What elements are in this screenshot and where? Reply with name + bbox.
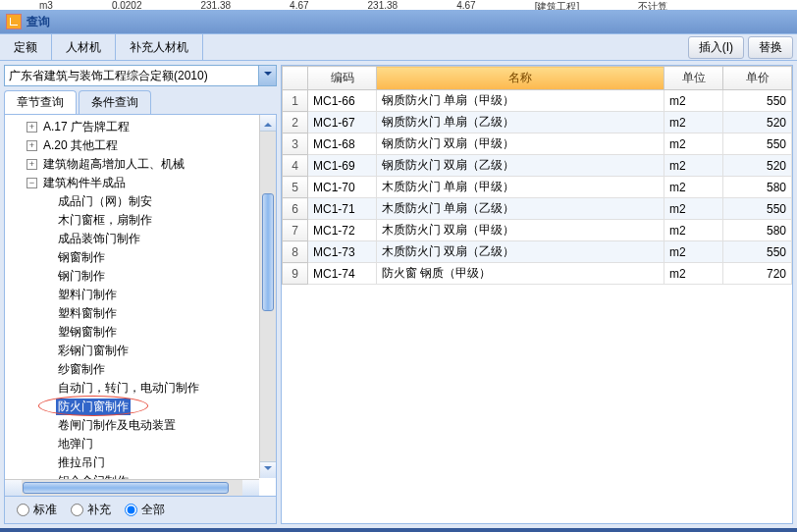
tree-node[interactable]: 卷闸门制作及电动装置 (5, 416, 276, 435)
row-number: 6 (283, 198, 308, 220)
tree-node-label: 地弹门 (56, 436, 95, 452)
table-row[interactable]: 7MC1-72木质防火门 双扇（甲级）m2580 (283, 220, 792, 241)
tab-supp[interactable]: 补充人材机 (116, 34, 203, 60)
cell-unit: m2 (664, 133, 723, 155)
tree-node[interactable]: +A.20 其他工程 (5, 136, 276, 155)
tree-node[interactable]: 塑钢窗制作 (5, 323, 276, 342)
cell-price: 550 (723, 133, 792, 155)
row-number: 7 (283, 220, 308, 241)
scroll-thumb[interactable] (23, 482, 229, 494)
table-row[interactable]: 1MC1-66钢质防火门 单扇（甲级）m2550 (283, 90, 792, 112)
tree-node[interactable]: 彩钢门窗制作 (5, 342, 276, 360)
tree-node[interactable]: 塑料窗制作 (5, 304, 276, 323)
tree-node[interactable]: 地弹门 (5, 435, 276, 453)
tree-node[interactable]: 防火门窗制作 (5, 398, 276, 416)
background-row: m30.0202231.384.67231.384.67[建筑工程]不计算 (0, 0, 797, 10)
table-row[interactable]: 9MC1-74防火窗 钢质（甲级）m2720 (283, 263, 792, 285)
tree-node[interactable]: 木门窗框，扇制作 (5, 211, 276, 230)
tree-node[interactable]: 纱窗制作 (5, 360, 276, 379)
cell-code: MC1-71 (308, 198, 377, 220)
tree-node-label: 塑料门制作 (56, 287, 119, 303)
expand-icon[interactable]: + (27, 122, 37, 133)
chevron-down-icon[interactable] (259, 65, 277, 86)
table-row[interactable]: 3MC1-68钢质防火门 双扇（甲级）m2550 (283, 133, 792, 155)
cell-price: 720 (723, 263, 792, 285)
tree-vscrollbar[interactable] (259, 115, 276, 478)
scroll-right-icon[interactable] (242, 480, 259, 496)
cell-name: 钢质防火门 双扇（甲级） (377, 133, 664, 155)
app-icon (6, 14, 22, 29)
cell-code: MC1-66 (308, 90, 377, 112)
cell-code: MC1-68 (308, 133, 377, 155)
cell-unit: m2 (664, 220, 723, 241)
insert-button[interactable]: 插入(I) (688, 36, 744, 59)
collapse-icon[interactable]: − (27, 178, 37, 188)
scroll-thumb[interactable] (262, 193, 274, 311)
subtab-chapter[interactable]: 章节查询 (4, 90, 77, 114)
tree-hscrollbar[interactable] (5, 479, 259, 496)
cell-code: MC1-69 (308, 155, 377, 177)
replace-button[interactable]: 替换 (748, 36, 793, 59)
tab-quota[interactable]: 定额 (0, 34, 52, 60)
tree-node-label: 成品门（网）制安 (56, 193, 154, 210)
cell-unit: m2 (664, 90, 723, 112)
tree-node[interactable]: 成品装饰门制作 (5, 230, 276, 248)
row-number: 1 (283, 90, 308, 112)
tree-node[interactable]: 钢窗制作 (5, 248, 276, 267)
table-row[interactable]: 6MC1-71木质防火门 单扇（乙级）m2550 (283, 198, 792, 220)
table-row[interactable]: 8MC1-73木质防火门 双扇（乙级）m2550 (283, 241, 792, 263)
tree-node[interactable]: 自动门，转门，电动门制作 (5, 379, 276, 398)
tree-node[interactable]: 钢门制作 (5, 267, 276, 286)
norm-input[interactable] (4, 65, 259, 86)
cell-price: 520 (723, 112, 792, 133)
expand-icon[interactable]: + (27, 159, 37, 170)
tree-node[interactable]: +建筑物超高增加人工、机械 (5, 155, 276, 174)
table-row[interactable]: 2MC1-67钢质防火门 单扇（乙级）m2520 (283, 112, 792, 133)
col-price[interactable]: 单价 (723, 67, 792, 90)
main-tabs: 定额 人材机 补充人材机 插入(I) 替换 (0, 33, 797, 61)
tree-node-label: 彩钢门窗制作 (56, 343, 131, 359)
cell-name: 钢质防火门 单扇（乙级） (377, 112, 664, 133)
cell-price: 580 (723, 220, 792, 241)
scroll-up-icon[interactable] (260, 115, 276, 132)
radio-supplement[interactable]: 补充 (71, 502, 111, 518)
tree-node-label: 推拉吊门 (56, 454, 107, 471)
tree-node[interactable]: 成品门（网）制安 (5, 192, 276, 211)
col-rownum[interactable] (283, 67, 308, 90)
col-name[interactable]: 名称 (377, 67, 664, 90)
scroll-left-icon[interactable] (5, 480, 22, 496)
tree-node[interactable]: 塑料门制作 (5, 286, 276, 304)
radio-all[interactable]: 全部 (125, 502, 165, 518)
cell-price: 550 (723, 90, 792, 112)
row-number: 9 (283, 263, 308, 285)
tree-node[interactable]: 推拉吊门 (5, 453, 276, 472)
tree-node[interactable]: −建筑构件半成品 (5, 174, 276, 192)
tree-node-label: 成品装饰门制作 (56, 231, 142, 247)
norm-select[interactable] (4, 65, 277, 86)
row-number: 3 (283, 133, 308, 155)
tree-node-label: 钢窗制作 (56, 249, 107, 266)
cell-code: MC1-70 (308, 177, 377, 198)
titlebar[interactable]: 查询 (0, 10, 797, 33)
cell-price: 520 (723, 155, 792, 177)
row-number: 4 (283, 155, 308, 177)
tree-node-label: 自动门，转门，电动门制作 (56, 380, 201, 397)
table-row[interactable]: 4MC1-69钢质防火门 双扇（乙级）m2520 (283, 155, 792, 177)
col-unit[interactable]: 单位 (664, 67, 723, 90)
tree-node-label: 纱窗制作 (56, 361, 107, 378)
scroll-down-icon[interactable] (260, 461, 276, 478)
chapter-tree[interactable]: +A.17 广告牌工程+A.20 其他工程+建筑物超高增加人工、机械−建筑构件半… (5, 115, 276, 492)
tree-node[interactable]: +A.17 广告牌工程 (5, 118, 276, 136)
table-row[interactable]: 5MC1-70木质防火门 单扇（甲级）m2580 (283, 177, 792, 198)
radio-standard[interactable]: 标准 (17, 502, 57, 518)
cell-name: 木质防火门 双扇（甲级） (377, 220, 664, 241)
cell-unit: m2 (664, 155, 723, 177)
subtab-condition[interactable]: 条件查询 (79, 90, 151, 114)
expand-icon[interactable]: + (27, 140, 37, 151)
row-number: 8 (283, 241, 308, 263)
col-code[interactable]: 编码 (308, 67, 377, 90)
tab-rcj[interactable]: 人材机 (52, 34, 116, 60)
cell-unit: m2 (664, 177, 723, 198)
tree-node-label: A.17 广告牌工程 (41, 119, 132, 135)
row-number: 2 (283, 112, 308, 133)
